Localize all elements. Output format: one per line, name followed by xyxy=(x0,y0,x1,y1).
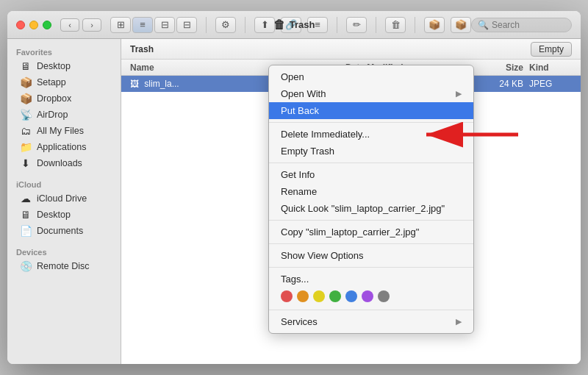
cm-separator-3 xyxy=(269,220,473,221)
icon-view-button[interactable]: ⊞ xyxy=(110,17,131,33)
setapp-button[interactable]: 📦 xyxy=(451,17,471,33)
icloud-desktop-icon: 🖥 xyxy=(19,209,32,221)
open-with-arrow-icon: ▶ xyxy=(456,89,462,99)
maximize-button[interactable] xyxy=(43,21,51,29)
file-area: Trash Empty Name Date Modified ▼ Size Ki… xyxy=(121,39,581,364)
cm-separator-5 xyxy=(269,267,473,268)
tag-purple[interactable] xyxy=(362,290,373,302)
sidebar-item-icloud-desktop[interactable]: 🖥 Desktop xyxy=(10,207,118,223)
forward-button[interactable]: › xyxy=(82,18,101,32)
cm-empty-trash[interactable]: Empty Trash xyxy=(269,143,473,160)
sidebar-label-remote-disc: Remote Disc xyxy=(37,261,90,271)
delete-button[interactable]: 🗑 xyxy=(385,17,406,33)
toolbar-sep-4 xyxy=(376,17,376,33)
sidebar-label-applications: Applications xyxy=(37,142,86,152)
list-view-button[interactable]: ≡ xyxy=(132,17,153,33)
search-input[interactable] xyxy=(492,20,565,30)
sidebar-label-documents: Documents xyxy=(37,226,83,236)
cm-services[interactable]: Services ▶ xyxy=(269,313,473,330)
column-view-button[interactable]: ⊟ xyxy=(154,17,175,33)
tag-blue[interactable] xyxy=(345,290,357,302)
arrange-button[interactable]: ⚙ xyxy=(215,17,236,33)
folder-title: Trash xyxy=(130,44,154,54)
downloads-icon: ⬇ xyxy=(19,157,32,169)
sidebar-item-applications[interactable]: 📁 Applications xyxy=(10,139,118,155)
column-kind-header[interactable]: Kind xyxy=(529,63,581,73)
sidebar-item-airdrop[interactable]: 📡 AirDrop xyxy=(10,107,118,123)
tag-red[interactable] xyxy=(281,290,293,302)
tag-green[interactable] xyxy=(329,290,341,302)
sidebar-label-desktop: Desktop xyxy=(37,61,71,71)
context-menu: Open Open With ▶ Put Back Delete Immedia… xyxy=(268,65,474,334)
favorites-section-title: Favorites xyxy=(7,45,121,58)
window-title: Trash xyxy=(290,19,315,30)
empty-trash-button[interactable]: Empty xyxy=(531,42,572,57)
icloud-section-title: iCloud xyxy=(7,177,121,190)
cm-separator-4 xyxy=(269,243,473,244)
icloud-drive-icon: ☁ xyxy=(19,193,32,204)
file-type-icon: 🖼 xyxy=(130,79,139,89)
content-area: Favorites 🖥 Desktop 📦 Setapp 📦 Dropbox 📡… xyxy=(7,39,581,364)
sidebar-label-airdrop: AirDrop xyxy=(37,110,68,120)
close-button[interactable] xyxy=(16,21,25,29)
cm-tags-row xyxy=(269,288,473,307)
sidebar-item-remote-disc[interactable]: 💿 Remote Disc xyxy=(10,258,118,274)
sidebar-label-dropbox: Dropbox xyxy=(37,93,71,104)
cm-open[interactable]: Open xyxy=(269,68,473,85)
minimize-button[interactable] xyxy=(29,21,38,29)
tag-yellow[interactable] xyxy=(313,290,325,302)
titlebar: ‹ › ⊞ ≡ ⊟ ⊟ ⚙ ⬆ 🔗 ≡ ✏ 🗑 📦 📦 🗑 xyxy=(7,11,581,39)
sidebar-label-downloads: Downloads xyxy=(37,158,82,168)
search-box[interactable]: 🔍 xyxy=(471,18,572,32)
cm-separator-1 xyxy=(269,122,473,123)
share-button[interactable]: ⬆ xyxy=(254,17,275,33)
search-icon: 🔍 xyxy=(478,20,489,30)
file-name-label: slim_la... xyxy=(144,79,179,89)
tag-gray[interactable] xyxy=(378,290,390,302)
sidebar: Favorites 🖥 Desktop 📦 Setapp 📦 Dropbox 📡… xyxy=(7,39,121,364)
tag-orange[interactable] xyxy=(297,290,309,302)
dropbox-button[interactable]: 📦 xyxy=(424,17,445,33)
sidebar-item-downloads[interactable]: ⬇ Downloads xyxy=(10,155,118,171)
sidebar-item-setapp[interactable]: 📦 Setapp xyxy=(10,74,118,90)
sidebar-label-icloud-drive: iCloud Drive xyxy=(37,193,87,204)
sidebar-item-dropbox[interactable]: 📦 Dropbox xyxy=(10,90,118,107)
cm-tags[interactable]: Tags... xyxy=(269,271,473,288)
cm-open-with[interactable]: Open With ▶ xyxy=(269,85,473,102)
sidebar-item-all-my-files[interactable]: 🗂 All My Files xyxy=(10,123,118,139)
toolbar-sep-5 xyxy=(415,17,415,33)
cm-rename[interactable]: Rename xyxy=(269,183,473,200)
file-toolbar: Trash Empty xyxy=(121,39,581,60)
services-arrow-icon: ▶ xyxy=(456,317,462,326)
sidebar-item-documents[interactable]: 📄 Documents xyxy=(10,223,118,239)
sidebar-item-desktop[interactable]: 🖥 Desktop xyxy=(10,58,118,74)
nav-buttons: ‹ › xyxy=(60,18,101,32)
applications-icon: 📁 xyxy=(19,141,32,153)
cover-flow-button[interactable]: ⊟ xyxy=(176,17,197,33)
cm-quick-look[interactable]: Quick Look "slim_laptop_carrier_2.jpg" xyxy=(269,200,473,217)
sidebar-label-icloud-desktop: Desktop xyxy=(37,210,71,220)
remote-disc-icon: 💿 xyxy=(19,260,32,272)
cm-separator-2 xyxy=(269,162,473,163)
column-size-header[interactable]: Size xyxy=(470,63,529,73)
cm-copy[interactable]: Copy "slim_laptop_carrier_2.jpg" xyxy=(269,224,473,240)
cm-delete-immediately[interactable]: Delete Immediately... xyxy=(269,126,473,143)
back-button[interactable]: ‹ xyxy=(60,18,79,32)
dropbox-icon: 📦 xyxy=(19,93,32,104)
file-size-cell: 24 KB xyxy=(470,79,529,89)
devices-section-title: Devices xyxy=(7,245,121,258)
edit-button[interactable]: ✏ xyxy=(346,17,367,33)
cm-separator-6 xyxy=(269,310,473,310)
sidebar-label-setapp: Setapp xyxy=(37,77,66,88)
finder-window: ‹ › ⊞ ≡ ⊟ ⊟ ⚙ ⬆ 🔗 ≡ ✏ 🗑 📦 📦 🗑 xyxy=(7,11,581,364)
traffic-lights xyxy=(16,21,51,29)
cm-show-view-options[interactable]: Show View Options xyxy=(269,247,473,264)
cm-get-info[interactable]: Get Info xyxy=(269,166,473,183)
desktop-icon: 🖥 xyxy=(19,60,32,72)
documents-icon: 📄 xyxy=(19,225,32,237)
cm-put-back[interactable]: Put Back xyxy=(269,102,473,119)
file-kind-cell: JPEG xyxy=(529,79,581,89)
sidebar-item-icloud-drive[interactable]: ☁ iCloud Drive xyxy=(10,190,118,207)
toolbar-sep-3 xyxy=(337,17,337,33)
toolbar-sep-1 xyxy=(206,17,207,33)
